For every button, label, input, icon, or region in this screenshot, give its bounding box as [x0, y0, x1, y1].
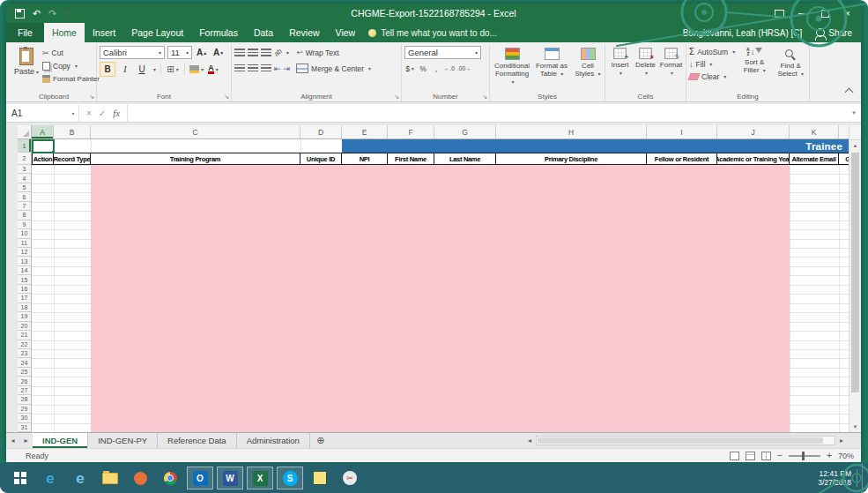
italic-button[interactable]: I — [118, 63, 132, 76]
row-header-16[interactable]: 16 — [18, 285, 31, 294]
bold-button[interactable]: B — [100, 62, 115, 77]
ribbon-tab-data[interactable]: Data — [246, 23, 281, 42]
formula-input[interactable] — [128, 104, 847, 122]
row-header-1[interactable]: 1 — [18, 139, 31, 153]
zoom-slider[interactable] — [789, 455, 820, 457]
font-family-select[interactable]: Calibri▾ — [100, 46, 165, 59]
share-button[interactable]: Share — [816, 28, 852, 38]
insert-cells-button[interactable]: + Insert▾ — [608, 46, 632, 91]
header-cell-fellow-or-resident[interactable]: Fellow or Resident — [646, 153, 717, 165]
row-header-27[interactable]: 27 — [18, 386, 31, 395]
zoom-slider-thumb[interactable] — [802, 452, 805, 460]
row-header-20[interactable]: 20 — [18, 322, 31, 331]
name-box[interactable]: A1 — [6, 104, 68, 122]
highlighted-range[interactable] — [91, 165, 790, 432]
copy-button[interactable]: Copy▾ — [42, 59, 100, 72]
row-header-17[interactable]: 17 — [18, 294, 31, 303]
header-cell-training-program[interactable]: Training Program — [90, 153, 300, 165]
row-header-7[interactable]: 7 — [18, 202, 31, 211]
name-box-dropdown-icon[interactable]: ▾ — [68, 104, 79, 122]
underline-button[interactable]: U — [135, 63, 149, 76]
orientation-icon[interactable]: ab — [272, 47, 284, 58]
new-sheet-button[interactable]: ⊕ — [310, 433, 331, 448]
column-header-K[interactable]: K — [790, 125, 839, 138]
row-header-24[interactable]: 24 — [18, 358, 31, 367]
close-button[interactable]: × — [836, 4, 859, 23]
row-header-23[interactable]: 23 — [18, 349, 31, 358]
percent-style-button[interactable]: % — [418, 62, 428, 75]
cells-area[interactable]: TraineeActionRecord TypeTraining Program… — [32, 139, 849, 432]
borders-button[interactable]: ⊞▾ — [166, 63, 180, 76]
header-cell-last-name[interactable]: Last Name — [434, 153, 496, 165]
normal-view-icon[interactable] — [730, 452, 739, 460]
active-cell-A1[interactable] — [32, 139, 55, 153]
header-cell-first-name[interactable]: First Name — [387, 153, 434, 165]
number-format-select[interactable]: General▾ — [404, 46, 481, 59]
excel-taskbar-button[interactable]: X — [247, 467, 273, 489]
page-layout-view-icon[interactable] — [746, 452, 755, 460]
sheet-tab-ind-gen[interactable]: IND-GEN — [33, 433, 88, 448]
row-header-12[interactable]: 12 — [18, 248, 31, 257]
ribbon-tab-review[interactable]: Review — [281, 23, 327, 42]
column-header-C[interactable]: C — [91, 125, 300, 138]
column-header-I[interactable]: I — [647, 125, 717, 138]
scroll-right-icon[interactable]: ▸ — [836, 437, 847, 444]
row-header-13[interactable]: 13 — [18, 257, 31, 265]
firefox-taskbar-button[interactable] — [127, 467, 153, 489]
column-header-D[interactable]: D — [300, 125, 342, 138]
ribbon-tab-home[interactable]: Home — [44, 23, 85, 42]
edge-taskbar-button[interactable]: e — [37, 467, 63, 489]
column-header-E[interactable]: E — [342, 125, 388, 138]
shrink-font-button[interactable]: A▼ — [211, 46, 226, 59]
grow-font-button[interactable]: A▲ — [195, 46, 209, 59]
page-break-view-icon[interactable] — [761, 452, 771, 460]
increase-indent-icon[interactable]: ⇥ — [284, 64, 291, 73]
start-button[interactable] — [5, 463, 35, 493]
snipping-tool-taskbar-button[interactable]: ✂ — [337, 467, 363, 489]
minimize-button[interactable] — [790, 4, 813, 23]
sheet-tab-administration[interactable]: Administration — [237, 433, 310, 448]
vertical-scroll-thumb[interactable] — [851, 153, 859, 392]
collapse-ribbon-button[interactable] — [845, 88, 854, 97]
row-header-10[interactable]: 10 — [18, 229, 31, 238]
scroll-down-icon[interactable]: ▼ — [849, 421, 861, 432]
row-header-25[interactable]: 25 — [18, 368, 31, 377]
row-header-26[interactable]: 26 — [18, 377, 31, 385]
ribbon-display-options-icon[interactable] — [768, 4, 790, 23]
select-all-corner[interactable] — [18, 125, 32, 139]
row-header-21[interactable]: 21 — [18, 331, 31, 340]
skype-taskbar-button[interactable]: S — [277, 467, 303, 489]
save-icon[interactable] — [15, 9, 25, 19]
clock[interactable]: 12:41 PM 3/27/2018 — [818, 469, 851, 487]
ribbon-tab-page-layout[interactable]: Page Layout — [123, 23, 191, 42]
decrease-indent-icon[interactable]: ⇤ — [274, 64, 281, 73]
header-cell-academic-or-training-year[interactable]: Academic or Training Year — [716, 153, 790, 165]
scroll-left-icon[interactable]: ◂ — [524, 437, 535, 444]
column-header-A[interactable]: A — [32, 125, 54, 138]
conditional-formatting-button[interactable]: Conditional Formatting ▾ — [493, 46, 531, 91]
trainee-banner-row[interactable]: Trainee — [342, 139, 849, 153]
row-header-14[interactable]: 14 — [18, 266, 31, 275]
insert-function-icon[interactable]: fx — [113, 108, 120, 118]
sheet-tab-reference-data[interactable]: Reference Data — [158, 433, 237, 448]
sheet-tab-ind-gen-py[interactable]: IND-GEN-PY — [88, 433, 158, 448]
undo-icon[interactable]: ↶ — [33, 9, 41, 19]
column-header-B[interactable]: B — [54, 125, 91, 138]
column-header-L[interactable]: L — [839, 125, 849, 138]
row-header-11[interactable]: 11 — [18, 239, 31, 248]
ribbon-tab-insert[interactable]: Insert — [85, 23, 123, 42]
redo-icon[interactable]: ↷ — [48, 9, 56, 19]
align-right-icon[interactable] — [261, 64, 271, 72]
show-desktop-button[interactable] — [862, 463, 868, 493]
header-cell-unique-id[interactable]: Unique ID — [300, 153, 342, 165]
row-header-15[interactable]: 15 — [18, 275, 31, 284]
clipboard-dialog-launcher[interactable]: ↘ — [89, 93, 94, 101]
file-explorer-taskbar-button[interactable] — [97, 467, 123, 489]
header-cell-record-type[interactable]: Record Type — [53, 153, 91, 165]
find-select-button[interactable]: Find & Select ▾ — [774, 46, 807, 82]
clear-button[interactable]: Clear▾ — [689, 71, 735, 82]
font-size-select[interactable]: 11▾ — [167, 46, 192, 59]
align-left-icon[interactable] — [234, 64, 245, 72]
autosum-button[interactable]: ΣAutoSum▾ — [689, 46, 735, 57]
wrap-text-button[interactable]: ↩Wrap Text — [297, 46, 339, 59]
